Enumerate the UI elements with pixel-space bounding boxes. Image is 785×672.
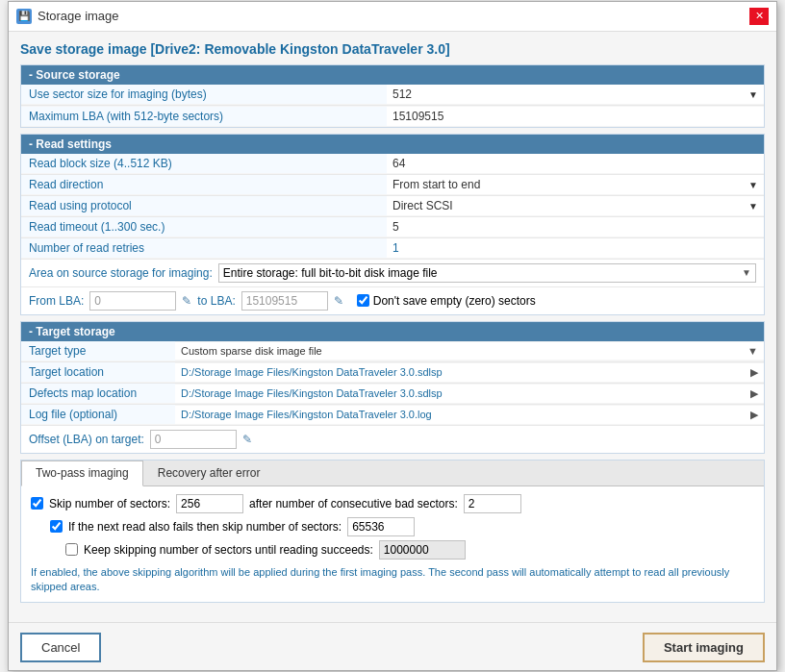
next-read-checkbox[interactable]	[50, 520, 63, 533]
offset-input[interactable]	[150, 430, 237, 449]
area-label: Area on source storage for imaging:	[29, 266, 213, 280]
read-retries-value: 1	[387, 238, 764, 258]
dont-save-empty-checkbox[interactable]	[357, 294, 369, 307]
target-storage-section: - Target storage Target type Custom spar…	[20, 321, 765, 454]
max-lba-label: Maximum LBA (with 512-byte sectors)	[21, 107, 387, 126]
log-file-row: Log file (optional) D:/Storage Image Fil…	[21, 405, 764, 426]
read-block-size-label: Read block size (4..512 KB)	[21, 154, 387, 173]
sector-size-row: Use sector size for imaging (bytes) 512 …	[21, 85, 764, 106]
tabs-area: Two-pass imaging Recovery after error Sk…	[20, 460, 765, 604]
read-timeout-value: 5	[387, 217, 764, 236]
read-timeout-label: Read timeout (1..300 sec.)	[21, 217, 387, 236]
target-location-arrow-icon[interactable]: ▶	[750, 366, 758, 379]
keep-skipping-row: Keep skipping number of sectors until re…	[31, 540, 754, 560]
target-location-row: Target location D:/Storage Image Files/K…	[21, 362, 764, 384]
read-settings-section: - Read settings Read block size (4..512 …	[20, 134, 765, 315]
target-type-label: Target type	[21, 341, 175, 361]
read-timeout-row: Read timeout (1..300 sec.) 5	[21, 217, 764, 238]
read-protocol-label: Read using protocol	[21, 196, 387, 215]
read-settings-header: - Read settings	[21, 135, 764, 154]
target-storage-header: - Target storage	[21, 322, 764, 341]
log-file-arrow-icon[interactable]: ▶	[750, 409, 758, 421]
tabs-content: Skip number of sectors: after number of …	[21, 486, 764, 603]
next-read-label: If the next read also fails then skip nu…	[68, 520, 342, 534]
defects-map-row: Defects map location D:/Storage Image Fi…	[21, 384, 764, 405]
sector-size-dropdown-icon[interactable]: ▼	[748, 89, 758, 100]
defects-map-label: Defects map location	[21, 384, 175, 403]
target-type-row: Target type Custom sparse disk image fil…	[21, 341, 764, 362]
source-storage-section: - Source storage Use sector size for ima…	[20, 64, 765, 128]
defects-map-arrow-icon[interactable]: ▶	[750, 387, 758, 400]
lba-row: From LBA: ✎ to LBA: ✎ Don't save empty (…	[21, 287, 764, 314]
log-file-label: Log file (optional)	[21, 405, 175, 424]
title-bar: 💾 Storage image ✕	[9, 2, 776, 32]
offset-label: Offset (LBA) on target:	[29, 433, 144, 446]
close-button[interactable]: ✕	[749, 8, 769, 25]
app-icon: 💾	[16, 9, 32, 24]
read-direction-value[interactable]: From start to end ▼	[387, 175, 764, 194]
sector-size-label: Use sector size for imaging (bytes)	[21, 85, 387, 104]
tabs-header: Two-pass imaging Recovery after error	[21, 460, 764, 486]
after-bad-label: after number of consecutive bad sectors:	[249, 497, 458, 510]
read-protocol-value[interactable]: Direct SCSI ▼	[387, 196, 764, 215]
main-window: 💾 Storage image ✕ Save storage image [Dr…	[8, 1, 777, 672]
offset-edit-icon[interactable]: ✎	[242, 433, 252, 446]
area-row: Area on source storage for imaging: Enti…	[21, 260, 764, 287]
content-area: Save storage image [Drive2: Removable Ki…	[9, 32, 776, 619]
window-title: Storage image	[38, 9, 119, 23]
read-direction-dropdown-icon[interactable]: ▼	[748, 180, 758, 190]
start-imaging-button[interactable]: Start imaging	[643, 633, 765, 662]
keep-skipping-label: Keep skipping number of sectors until re…	[84, 543, 373, 557]
read-block-size-value: 64	[387, 154, 764, 173]
to-lba-edit-icon[interactable]: ✎	[334, 294, 343, 308]
source-storage-header: - Source storage	[21, 65, 764, 85]
page-title: Save storage image [Drive2: Removable Ki…	[20, 41, 765, 57]
target-type-value[interactable]: Custom sparse disk image file ▼	[175, 342, 764, 360]
cancel-button[interactable]: Cancel	[20, 633, 101, 662]
tab-recovery[interactable]: Recovery after error	[143, 460, 275, 485]
area-select[interactable]: Entire storage: full bit-to-bit disk ima…	[218, 263, 756, 283]
defects-map-value[interactable]: D:/Storage Image Files/Kingston DataTrav…	[175, 385, 764, 403]
target-type-dropdown-icon[interactable]: ▼	[747, 345, 758, 357]
from-lba-edit-icon[interactable]: ✎	[182, 294, 191, 308]
read-block-size-row: Read block size (4..512 KB) 64	[21, 154, 764, 175]
read-direction-label: Read direction	[21, 175, 387, 194]
read-protocol-row: Read using protocol Direct SCSI ▼	[21, 196, 764, 217]
from-lba-input[interactable]	[89, 291, 176, 311]
skip-sectors-label: Skip number of sectors:	[49, 497, 170, 510]
read-direction-row: Read direction From start to end ▼	[21, 175, 764, 196]
area-dropdown-icon[interactable]: ▼	[742, 267, 751, 278]
from-lba-label: From LBA:	[29, 294, 84, 308]
after-bad-input[interactable]	[464, 494, 521, 513]
dont-save-empty-label: Don't save empty (zero) sectors	[357, 294, 536, 308]
read-protocol-dropdown-icon[interactable]: ▼	[748, 201, 758, 212]
skip-sectors-row: Skip number of sectors: after number of …	[31, 494, 754, 513]
read-retries-row: Number of read retries 1	[21, 238, 764, 260]
max-lba-row: Maximum LBA (with 512-byte sectors) 1510…	[21, 106, 764, 127]
sector-size-value[interactable]: 512 ▼	[387, 85, 764, 104]
read-retries-label: Number of read retries	[21, 238, 387, 258]
next-read-row: If the next read also fails then skip nu…	[31, 517, 754, 536]
footer: Cancel Start imaging	[9, 622, 776, 670]
keep-skipping-input[interactable]	[379, 540, 466, 560]
skip-sectors-input[interactable]	[176, 494, 243, 513]
keep-skipping-checkbox[interactable]	[65, 543, 78, 556]
skip-sectors-checkbox[interactable]	[31, 497, 43, 510]
offset-row: Offset (LBA) on target: ✎	[21, 426, 764, 453]
log-file-value[interactable]: D:/Storage Image Files/Kingston DataTrav…	[175, 406, 764, 424]
to-lba-label: to LBA:	[197, 294, 235, 308]
max-lba-value: 15109515	[387, 107, 764, 126]
tab-two-pass[interactable]: Two-pass imaging	[21, 460, 143, 486]
next-read-input[interactable]	[347, 517, 415, 536]
target-location-label: Target location	[21, 362, 175, 382]
target-location-value[interactable]: D:/Storage Image Files/Kingston DataTrav…	[175, 363, 764, 382]
to-lba-input[interactable]	[241, 291, 328, 311]
info-text: If enabled, the above skipping algorithm…	[31, 565, 754, 595]
